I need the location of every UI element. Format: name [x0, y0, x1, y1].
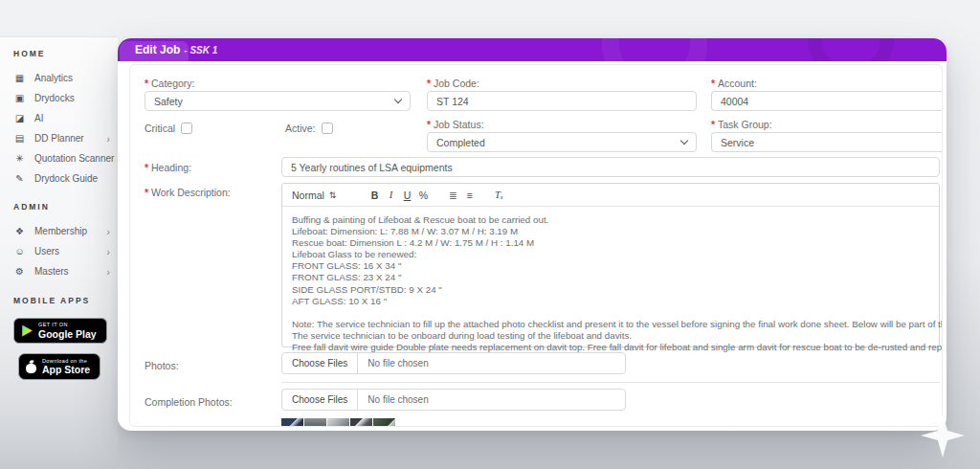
- sidebar-item-membership[interactable]: ❖ Membership ›: [13, 221, 118, 241]
- sidebar-section-admin: ADMIN: [13, 202, 118, 212]
- job-status-value: Completed: [436, 137, 485, 148]
- bullet-list-icon[interactable]: ≡: [461, 190, 478, 201]
- clear-format-icon[interactable]: Tₓ: [491, 190, 507, 200]
- users-icon: ☺: [13, 245, 26, 257]
- sidebar-item-analytics[interactable]: ▦ Analytics: [13, 68, 118, 88]
- work-description-label: Work Description:: [145, 187, 231, 198]
- modal-subtitle: - SSK 1: [184, 45, 217, 56]
- sidebar-item-label: Membership: [34, 226, 87, 236]
- file-status: No file chosen: [358, 394, 437, 405]
- completion-photos-file-input: Choose Files No file chosen: [281, 389, 626, 411]
- photo-thumbnail[interactable]: [350, 418, 372, 427]
- editor-line: Rescue boat: Dimension L : 4.2 M / W: 1.…: [292, 237, 929, 249]
- active-field: Active:: [285, 123, 333, 134]
- sidebar-item-label: AI: [34, 113, 43, 123]
- photo-thumbnail[interactable]: [327, 418, 349, 427]
- photo-thumbnails: [281, 418, 396, 427]
- category-label: Category:: [145, 78, 195, 89]
- badge-tagline: GET IT ON: [38, 323, 97, 328]
- choose-files-button[interactable]: Choose Files: [282, 353, 358, 373]
- sidebar-item-quotation-scanner[interactable]: ✳ Quotation Scanner: [13, 148, 118, 168]
- heading-input[interactable]: 5 Yearly routines of LSA equipments: [281, 157, 940, 177]
- masters-icon: ⚙: [13, 265, 26, 278]
- google-play-badge[interactable]: GET IT ON Google Play: [13, 318, 107, 344]
- apple-icon: [26, 361, 36, 373]
- job-code-input[interactable]: ST 124: [427, 91, 697, 111]
- critical-checkbox[interactable]: [181, 123, 192, 134]
- italic-icon[interactable]: I: [383, 190, 399, 200]
- editor-content[interactable]: Buffing & painting of Lifeboat & Rescue …: [282, 207, 939, 372]
- ordered-list-icon[interactable]: ≣: [445, 190, 461, 201]
- format-select[interactable]: Normal ⇅: [292, 190, 353, 201]
- sidebar-item-masters[interactable]: ⚙ Masters ›: [13, 261, 118, 281]
- job-status-label: Job Status:: [427, 119, 484, 130]
- sidebar-item-drydock-guide[interactable]: ✎ Drydock Guide: [13, 168, 118, 189]
- drydocks-icon: ▣: [13, 92, 26, 104]
- format-value: Normal: [292, 190, 324, 201]
- badge-name: Google Play: [38, 329, 97, 340]
- job-code-value: ST 124: [436, 96, 469, 107]
- edit-job-modal: Edit Job- SSK 1 Category: Safety Job Cod…: [118, 38, 947, 431]
- analytics-icon: ▦: [13, 72, 26, 84]
- chevron-right-icon: ›: [106, 134, 110, 144]
- dd-planner-icon: ▤: [13, 132, 26, 145]
- chevron-right-icon: ›: [106, 247, 110, 257]
- sidebar-item-label: Users: [34, 246, 59, 257]
- chevron-down-icon: [394, 96, 402, 103]
- app-store-badge[interactable]: Download on the App Store: [18, 353, 100, 380]
- editor-line: Lifeboat Glass to be renewed:: [292, 249, 929, 260]
- sidebar-section-home: HOME: [13, 49, 118, 58]
- editor-line: [292, 307, 929, 319]
- task-group-input[interactable]: Service: [711, 132, 943, 152]
- sidebar-item-label: Analytics: [34, 73, 73, 83]
- ai-icon: ◪: [13, 112, 26, 124]
- edit-job-form: Category: Safety Job Code: ST 124 Accoun…: [129, 64, 943, 427]
- sidebar-section-mobile-apps: MOBILE APPS: [13, 296, 118, 305]
- completion-photos-label: Completion Photos:: [145, 396, 233, 408]
- sidebar-item-label: Masters: [34, 266, 69, 277]
- bold-icon[interactable]: B: [367, 190, 383, 201]
- account-value: 40004: [721, 96, 748, 107]
- editor-line: FRONT GLASS: 23 X 24 ": [292, 272, 929, 283]
- editor-line: FRONT GLASS: 16 X 34 ": [292, 260, 929, 272]
- active-checkbox[interactable]: [322, 123, 333, 134]
- sidebar-item-users[interactable]: ☺ Users ›: [13, 241, 118, 261]
- sidebar-item-label: Quotation Scanner: [34, 153, 114, 164]
- link-icon[interactable]: %: [415, 190, 432, 201]
- category-select[interactable]: Safety: [145, 91, 411, 111]
- critical-field: Critical: [145, 123, 192, 134]
- editor-line: Note: The service technician to fill up …: [292, 319, 929, 330]
- account-input[interactable]: 40004: [711, 91, 943, 111]
- sidebar-item-label: DD Planner: [34, 133, 84, 144]
- heading-value: 5 Yearly routines of LSA equipments: [291, 162, 453, 173]
- file-status: No file chosen: [358, 358, 437, 368]
- drydock-guide-icon: ✎: [13, 172, 26, 185]
- sidebar-item-label: Drydocks: [34, 93, 75, 103]
- work-description-editor: Normal ⇅ B I U % ≣ ≡ Tₓ Buffing & painti…: [281, 183, 940, 347]
- underline-icon[interactable]: U: [399, 190, 415, 201]
- editor-line: The service technician to be onboard dur…: [292, 330, 929, 342]
- chevron-down-icon: [680, 137, 688, 145]
- membership-icon: ❖: [13, 225, 26, 237]
- critical-label: Critical: [145, 123, 175, 134]
- divider: [281, 382, 940, 383]
- photo-thumbnail[interactable]: [373, 418, 395, 427]
- badge-name: App Store: [42, 365, 90, 375]
- sidebar-item-drydocks[interactable]: ▣ Drydocks: [13, 88, 118, 108]
- choose-files-button[interactable]: Choose Files: [282, 390, 358, 410]
- job-code-label: Job Code:: [427, 78, 479, 89]
- sidebar-item-dd-planner[interactable]: ▤ DD Planner ›: [13, 128, 118, 148]
- chevron-right-icon: ›: [106, 227, 110, 236]
- task-group-label: Task Group:: [711, 119, 772, 130]
- editor-line: Buffing & painting of Lifeboat & Rescue …: [292, 214, 929, 226]
- photo-thumbnail[interactable]: [281, 418, 303, 427]
- account-label: Account:: [711, 78, 757, 89]
- sidebar-item-ai[interactable]: ◪ AI: [13, 108, 118, 128]
- photos-file-input: Choose Files No file chosen: [281, 352, 626, 374]
- photo-thumbnail[interactable]: [304, 418, 326, 427]
- header-decoration-ring: [808, 38, 894, 61]
- job-status-select[interactable]: Completed: [427, 132, 697, 152]
- google-play-icon: [21, 325, 33, 337]
- chevron-right-icon: ›: [106, 267, 110, 277]
- format-updown-icon: ⇅: [329, 190, 337, 200]
